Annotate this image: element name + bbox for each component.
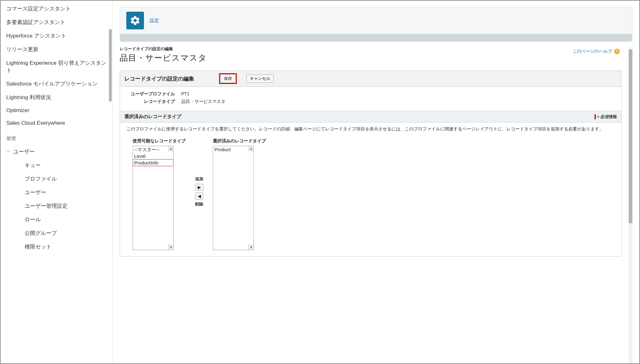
available-listbox[interactable]: ▲ --マスター-- Level ProductInfo ▼: [133, 146, 174, 250]
list-item[interactable]: --マスター--: [133, 146, 173, 153]
scroll-up-icon[interactable]: ▲: [248, 146, 254, 151]
available-label: 使用可能なレコードタイプ: [133, 138, 186, 144]
sidebar-subitem[interactable]: 公開グループ: [6, 226, 111, 240]
sidebar-item[interactable]: Hyperforce アシスタント: [6, 29, 111, 43]
help-link[interactable]: このページのヘルプ ?: [572, 49, 620, 54]
sidebar-item[interactable]: Lightning 利用状況: [6, 91, 111, 104]
recordtype-label: レコードタイプ: [128, 99, 181, 104]
gear-icon: [126, 12, 144, 29]
sidebar-item-users[interactable]: ﹀ ユーザー: [6, 145, 111, 158]
help-icon: ?: [614, 49, 620, 54]
section-title: 選択済みのレコードタイプ: [124, 114, 181, 120]
profile-label: ユーザープロファイル: [128, 91, 181, 97]
sidebar-subitem[interactable]: ユーザー管理設定: [6, 199, 111, 213]
sidebar-subitem[interactable]: ユーザー: [6, 186, 111, 199]
help-link-label: このページのヘルプ: [572, 49, 612, 54]
list-item[interactable]: Product: [213, 146, 254, 153]
edit-panel: レコードタイプの設定の編集 保存 キャンセル ユーザープロファイル PT1 レコ…: [120, 70, 622, 257]
required-bar-icon: [595, 114, 596, 119]
selected-label: 選択済みのレコードタイプ: [213, 138, 266, 144]
content-scrollbar[interactable]: [629, 47, 632, 363]
save-highlight: 保存: [219, 73, 237, 84]
scroll-down-icon[interactable]: ▼: [168, 245, 173, 250]
setup-sidebar: コマース設定アシスタント 多要素認証アシスタント Hyperforce アシスタ…: [1, 1, 113, 363]
sidebar-item[interactable]: Sales Cloud Everywhere: [6, 117, 111, 129]
sidebar-item-label: ユーザー: [13, 148, 35, 155]
remove-button[interactable]: ◀: [195, 193, 203, 200]
sidebar-subitem[interactable]: ロール: [6, 213, 111, 226]
page-header: 設定: [120, 7, 632, 34]
main-area: 設定 レコードタイプの設定の編集 品目・サービスマスタ このページのヘルプ ? …: [113, 1, 639, 363]
sidebar-item[interactable]: Optimizer: [6, 104, 111, 117]
remove-label: 削除: [195, 201, 203, 207]
list-item-highlighted[interactable]: ProductInfo: [133, 159, 173, 166]
add-label: 追加: [195, 176, 203, 182]
panel-title: レコードタイプの設定の編集: [124, 75, 210, 82]
instructions-text: このプロファイルに使用するレコードタイプを選択してください。レコードの詳細、編集…: [126, 126, 615, 133]
scroll-down-icon[interactable]: ▼: [248, 245, 254, 250]
arrow-right-icon: ▶: [198, 185, 201, 190]
sidebar-subitem[interactable]: プロファイル: [6, 172, 111, 186]
header-decor: [120, 34, 632, 42]
selected-listbox[interactable]: ▲ Product ▼: [213, 146, 254, 250]
required-legend: = 必須情報: [595, 114, 617, 120]
required-label: = 必須情報: [597, 114, 617, 120]
sidebar-item[interactable]: リリース更新: [6, 43, 111, 56]
page-title: 品目・サービスマスタ: [120, 52, 622, 63]
chevron-down-icon: ﹀: [6, 149, 11, 155]
cancel-button[interactable]: キャンセル: [246, 75, 274, 83]
recordtype-value: 品目・サービスマスタ: [181, 99, 225, 104]
sidebar-item[interactable]: Lightning Experience 切り替えアシスタント: [6, 56, 111, 77]
sidebar-item[interactable]: コマース設定アシスタント: [6, 2, 111, 15]
sidebar-section-admin: 管理: [6, 129, 111, 145]
header-label: 設定: [150, 18, 159, 24]
sidebar-scrollbar[interactable]: [109, 29, 112, 102]
add-button[interactable]: ▶: [195, 184, 203, 191]
sidebar-subitem[interactable]: キュー: [6, 158, 111, 172]
sidebar-subitem[interactable]: 権限セット: [6, 240, 111, 254]
sidebar-item[interactable]: 多要素認証アシスタント: [6, 15, 111, 29]
arrow-left-icon: ◀: [198, 194, 201, 199]
profile-value: PT1: [181, 91, 189, 97]
scroll-up-icon[interactable]: ▲: [168, 146, 173, 151]
save-button[interactable]: 保存: [220, 75, 236, 83]
page-subtitle: レコードタイプの設定の編集: [120, 46, 622, 52]
list-item[interactable]: Level: [133, 153, 173, 159]
sidebar-item[interactable]: Salesforce モバイルアプリケーション: [6, 77, 111, 91]
